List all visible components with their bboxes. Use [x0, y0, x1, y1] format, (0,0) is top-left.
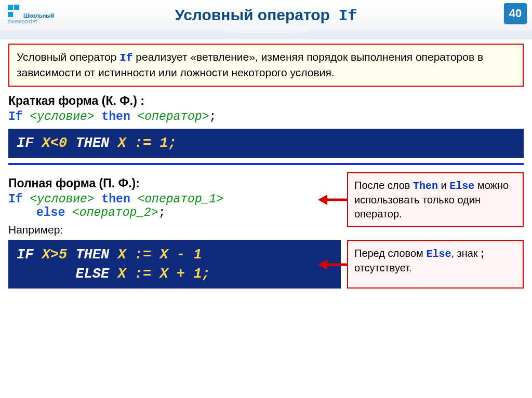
school-logo: Школьный Университет	[7, 4, 54, 24]
svg-marker-3	[318, 259, 327, 270]
logo-line2: Университет	[7, 19, 54, 24]
full-form-code: IF X>5 THEN X := X - 1 ELSE X := X + 1;	[8, 240, 341, 289]
full-form-syntax: If <условие> then <оператор_1> else <опе…	[8, 193, 341, 219]
full-form-heading: Полная форма (П. Ф.):	[8, 176, 341, 190]
section-divider	[8, 163, 524, 165]
header-wave	[0, 32, 532, 39]
page-number-badge: 40	[504, 3, 527, 24]
slide-header: Школьный Университет Условный оператор I…	[0, 0, 532, 32]
arrow-left-icon	[318, 193, 347, 207]
title-code: If	[339, 7, 357, 25]
slide-content: Условный оператор If реализует «ветвлени…	[0, 44, 532, 289]
note-else-semicolon: Перед словом Else, знак ; отсутствует.	[347, 240, 524, 289]
intro-box: Условный оператор If реализует «ветвлени…	[8, 44, 524, 87]
svg-marker-1	[318, 195, 327, 205]
arrow-left-icon	[318, 257, 347, 272]
short-form-heading: Краткая форма (К. Ф.) :	[8, 94, 524, 108]
short-form-syntax: If <условие> then <оператор>;	[8, 110, 524, 123]
slide-title: Условный оператор If	[0, 0, 532, 25]
logo-line1: Школьный	[23, 12, 54, 19]
note-then-else: После слов Then и Else можно использоват…	[347, 172, 524, 227]
short-form-code: IF X<0 THEN X := 1;	[8, 129, 524, 158]
example-label: Например:	[8, 224, 341, 236]
